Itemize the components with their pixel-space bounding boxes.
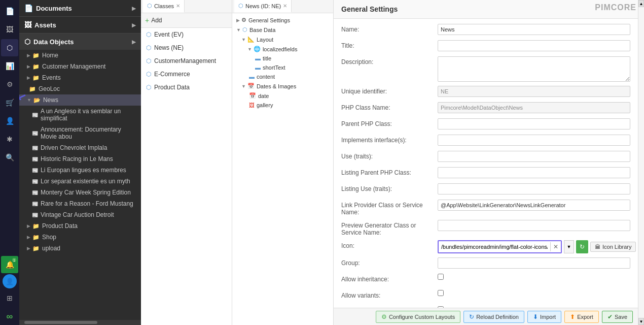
settings-form: Name: Title: Description: Unique identif…	[334, 19, 638, 308]
settings-nav[interactable]: ⚙	[1, 76, 18, 93]
group-input[interactable]	[438, 257, 630, 269]
allow-inheritance-checkbox[interactable]	[438, 274, 444, 280]
icon-dropdown-button[interactable]: ▼	[564, 240, 574, 253]
classes-tab-close[interactable]: ✕	[176, 3, 180, 9]
tree-item-news-3[interactable]: 📰 Driven Chevrolet Implala	[19, 142, 141, 153]
field-node-content[interactable]: ▬ content	[234, 72, 331, 81]
field-node-dates-images[interactable]: ▼ 📅 Dates & Images	[234, 81, 331, 91]
class-item-customer-mgmt[interactable]: ⬡ CustomerManagement	[141, 54, 232, 68]
tree-item-news-9[interactable]: 📰 Vintage Car Auction Detroit	[19, 209, 141, 220]
tree-item-news-4[interactable]: 📰 Historic Racing in Le Mans	[19, 153, 141, 165]
infinity-icon[interactable]: ∞	[1, 308, 18, 325]
user-profile-icon[interactable]: 👤	[3, 274, 17, 288]
icon-refresh-button[interactable]: ↻	[576, 240, 588, 253]
description-control	[438, 56, 630, 82]
tree-item-news-5[interactable]: 📰 Li Europan lingues es membres	[19, 165, 141, 176]
icon-library-icon: 🏛	[595, 244, 600, 250]
tree-item-upload[interactable]: ▶ 📁 upload	[19, 243, 141, 254]
class-item-news[interactable]: ⬡ News (NE)	[141, 41, 232, 54]
documents-nav[interactable]: 📄	[1, 3, 18, 20]
tree-item-home[interactable]: ▶ 📁 Home	[19, 50, 141, 61]
description-textarea[interactable]	[438, 56, 630, 82]
import-button[interactable]: ⬇ Import	[527, 311, 561, 323]
tree-item-customer-mgmt[interactable]: ▶ 📁 Customer Management	[19, 61, 141, 72]
news-item-5-label: Li Europan lingues es membres	[41, 167, 126, 174]
base-data-expand[interactable]: ▼	[236, 27, 241, 32]
parent-php-input[interactable]	[438, 118, 630, 129]
field-node-localizedfields[interactable]: ▼ 🌐 localizedfields	[234, 44, 331, 54]
save-button[interactable]: ✔ Save	[602, 311, 633, 323]
allow-variants-checkbox[interactable]	[438, 290, 444, 296]
apps-grid-icon[interactable]: ⊞	[1, 289, 18, 307]
assets-section[interactable]: 🖼 Assets ▶	[19, 17, 141, 33]
pimcore-logo: PIMCORE	[595, 3, 636, 12]
tree-item-news-6[interactable]: 📰 Lor separat existentie es un myth	[19, 176, 141, 187]
reports-nav[interactable]: 📊	[1, 57, 18, 75]
dates-expand[interactable]: ▼	[241, 84, 246, 89]
parent-php-label: Parent PHP Class:	[341, 118, 438, 127]
tree-item-news-8[interactable]: 📰 Rare for a Reason - Ford Mustang	[19, 198, 141, 209]
implements-input[interactable]	[438, 135, 630, 146]
right-scrollbar: ▲ ▼	[638, 0, 644, 325]
dates-node-label: Dates & Images	[257, 83, 296, 89]
field-node-base-data[interactable]: ▼ ⬡ Base Data	[234, 25, 331, 35]
ecommerce-nav[interactable]: 🛒	[1, 94, 18, 111]
link-provider-input[interactable]	[438, 200, 630, 211]
name-input[interactable]	[438, 24, 630, 35]
assets-nav[interactable]: 🖼	[1, 21, 18, 38]
form-row-php-class: PHP Class Name:	[341, 102, 630, 114]
events-expand: ▶	[27, 75, 30, 80]
documents-section[interactable]: 📄 Documents ▶	[19, 0, 141, 16]
scroll-up-button[interactable]: ▲	[638, 0, 644, 7]
field-node-title[interactable]: ▬ title	[234, 54, 331, 63]
search-nav[interactable]: 🔍	[1, 149, 18, 166]
allow-inheritance-label: Allow inheritance:	[341, 274, 438, 283]
class-item-product[interactable]: ⬡ Product Data	[141, 81, 232, 94]
use-traits-input[interactable]	[438, 151, 630, 162]
news-editor-tab[interactable]: ⬡ News (ID: NE) ✕	[234, 0, 292, 13]
tree-item-events[interactable]: ▶ 📁 Events	[19, 72, 141, 83]
preview-generator-input[interactable]	[438, 220, 630, 231]
title-input[interactable]	[438, 40, 630, 51]
tree-item-shop[interactable]: ▶ 📁 Shop	[19, 232, 141, 243]
reload-definition-button[interactable]: ↻ Reload Definition	[463, 311, 524, 323]
data-objects-nav[interactable]: ⬡	[1, 39, 18, 56]
export-button[interactable]: ⬆ Export	[564, 311, 599, 323]
tree-item-product-data[interactable]: ▶ 📁 Product Data	[19, 220, 141, 232]
add-class-button[interactable]: + Add	[145, 16, 162, 24]
tree-item-news-1[interactable]: 📰 A un Angleso it va semblar un simplifi…	[19, 106, 141, 124]
customer-folder-icon: 📁	[32, 63, 40, 70]
scroll-down-button[interactable]: ▼	[638, 318, 644, 325]
tree-item-news[interactable]: ▼ 📂 News ↗	[19, 94, 141, 106]
field-node-gallery[interactable]: 🖼 gallery	[234, 101, 331, 110]
listing-traits-input[interactable]	[438, 183, 630, 194]
tree-item-news-7[interactable]: 📰 Montery Car Week Spring Edition	[19, 187, 141, 198]
field-node-general-settings[interactable]: ▶ ⚙ General Settings	[234, 15, 331, 25]
notifications-icon[interactable]: 🔔1	[1, 256, 18, 273]
listing-parent-input[interactable]	[438, 167, 630, 178]
localized-expand[interactable]: ▼	[247, 47, 252, 52]
users-nav[interactable]: 👤	[1, 112, 18, 129]
news-editor-tab-close[interactable]: ✕	[283, 3, 287, 9]
tree-item-geoloc[interactable]: 📁 GeoLoc	[19, 83, 141, 94]
field-node-shorttext[interactable]: ▬ shortText	[234, 63, 331, 72]
icon-path-input[interactable]	[439, 241, 550, 252]
general-settings-expand[interactable]: ▶	[236, 18, 240, 23]
field-node-layout[interactable]: ▼ 📐 Layout	[234, 35, 331, 44]
configure-layouts-button[interactable]: ⚙ Configure Custom Layouts	[376, 311, 460, 323]
data-objects-arrow: ▶	[132, 39, 136, 45]
class-item-ecommerce[interactable]: ⬡ E-Commerce	[141, 68, 232, 81]
icon-clear-button[interactable]: ✕	[550, 242, 561, 251]
news-expand: ▼	[27, 98, 31, 103]
icon-library-button[interactable]: 🏛 Icon Library	[590, 242, 636, 252]
data-objects-section[interactable]: ⬡ Data Objects ▶	[19, 34, 141, 50]
settings-panel: General Settings Name: Title: Descriptio…	[334, 0, 638, 325]
form-row-unique-id: Unique identifier:	[341, 86, 630, 98]
workflows-nav[interactable]: ✱	[1, 131, 18, 148]
class-item-event[interactable]: ⬡ Event (EV)	[141, 28, 232, 41]
configure-layouts-label: Configure Custom Layouts	[389, 314, 455, 320]
tree-item-news-2[interactable]: 📰 Announcement: Documentary Movie abou	[19, 124, 141, 142]
layout-expand[interactable]: ▼	[241, 37, 246, 42]
classes-tab[interactable]: ⬡ Classes ✕	[143, 0, 185, 13]
field-node-date[interactable]: 📅 date	[234, 91, 331, 101]
